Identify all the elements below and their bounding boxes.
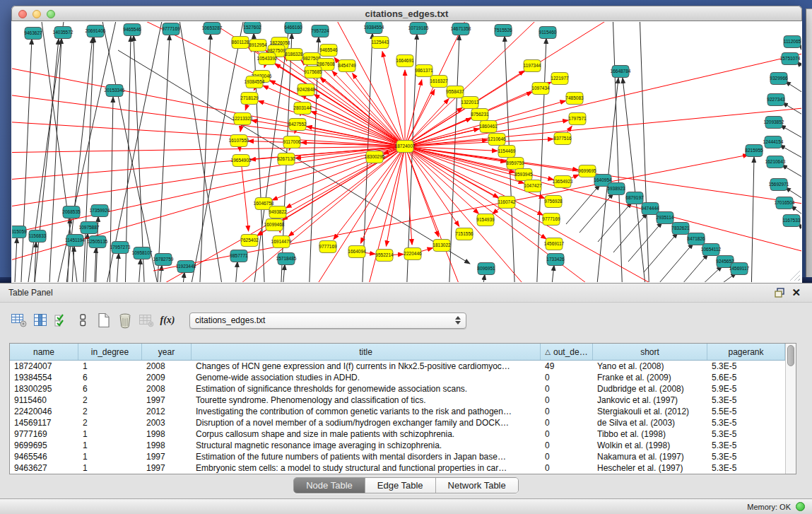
graph-node[interactable]: 20691406 — [86, 25, 106, 37]
graph-node[interactable]: 8593945 — [514, 169, 533, 181]
graph-node[interactable]: 14035572 — [53, 27, 73, 39]
graph-node[interactable]: 17957273 — [110, 242, 131, 254]
graph-node[interactable]: 8427552 — [288, 119, 307, 131]
graph-node[interactable]: 1797571 — [568, 113, 587, 125]
table-row[interactable]: 1938455462009Genome-wide association stu… — [10, 372, 785, 383]
graph-node[interactable]: 7957224 — [311, 25, 329, 37]
graph-node[interactable]: 1156833 — [29, 230, 47, 243]
graph-node[interactable]: 1112065 — [784, 36, 801, 48]
graph-node[interactable]: 1047427 — [524, 180, 542, 192]
graph-node[interactable]: 17016504 — [775, 197, 795, 209]
graph-node[interactable]: 13654923 — [553, 176, 573, 188]
graph-node[interactable]: 10543392 — [257, 53, 278, 65]
graph-node[interactable]: 15718485 — [276, 253, 297, 265]
graph-node[interactable]: 1221977 — [551, 73, 569, 85]
close-window-button[interactable] — [18, 10, 27, 18]
graph-node[interactable]: 18724007 — [395, 141, 416, 153]
graph-node[interactable]: 19384554 — [245, 76, 265, 88]
graph-node[interactable]: 8267130 — [277, 153, 295, 165]
table-row[interactable]: 1830029562008Estimation of significance … — [10, 383, 785, 395]
graph-node[interactable]: 9463627 — [24, 28, 42, 40]
delete-table-button[interactable] — [114, 310, 136, 330]
column-header-pagerank[interactable]: pagerank — [707, 344, 785, 360]
graph-node[interactable]: 9242848 — [297, 84, 315, 96]
graph-node[interactable]: 5938923 — [607, 183, 625, 195]
function-builder-button[interactable]: f(x) — [157, 310, 178, 330]
graph-node[interactable]: 12505135 — [88, 236, 108, 248]
graph-node[interactable]: 1197344 — [524, 60, 541, 72]
graph-node[interactable]: 7151556 — [455, 228, 473, 240]
graph-node[interactable]: 10958107 — [132, 247, 153, 259]
graph-node[interactable]: 9558437 — [446, 86, 464, 98]
graph-node[interactable]: 10654112 — [701, 244, 722, 256]
column-header-short[interactable]: short — [593, 344, 707, 360]
graph-node[interactable]: 11451194 — [65, 235, 85, 247]
graph-node[interactable]: 12093852 — [764, 117, 784, 129]
graph-node[interactable]: 1527602 — [243, 22, 261, 34]
table-row[interactable]: 969969511998Structural magnetic resonanc… — [10, 440, 785, 451]
tab-edge-table[interactable]: Edge Table — [365, 478, 436, 493]
graph-node[interactable]: 2718129 — [240, 93, 259, 105]
column-header-title[interactable]: title — [192, 344, 541, 360]
graph-node[interactable]: 8377516 — [553, 133, 572, 145]
graph-node[interactable]: 8959759 — [506, 158, 524, 170]
graph-node[interactable]: 9117006 — [283, 136, 301, 148]
new-table-button[interactable] — [93, 310, 114, 330]
minimize-window-button[interactable] — [33, 10, 41, 18]
table-row[interactable]: 977716911998Corpus callosum shape and si… — [10, 428, 785, 440]
network-window-titlebar[interactable]: citations_edges.txt — [11, 6, 802, 21]
graph-node[interactable]: 12444154 — [763, 136, 784, 148]
graph-node[interactable]: 1154469 — [498, 146, 516, 158]
graph-node[interactable]: 7515526 — [494, 25, 512, 37]
tab-node-table[interactable]: Node Table — [294, 478, 365, 493]
graph-node[interactable]: 1160742 — [498, 197, 516, 209]
column-header-name[interactable]: name — [10, 344, 78, 360]
table-source-select[interactable]: citations_edges.txt — [189, 313, 466, 329]
graph-node[interactable]: 19384554 — [364, 22, 384, 34]
graph-node[interactable]: 8454749 — [338, 60, 356, 72]
graph-node[interactable]: 19654903 — [231, 155, 252, 167]
tab-network-table[interactable]: Network Table — [436, 478, 518, 493]
graph-node[interactable]: 1125443 — [372, 37, 389, 49]
table-row[interactable]: 1456911722003Disruption of a novel membe… — [10, 417, 785, 428]
import-table-button[interactable] — [136, 310, 157, 330]
graph-node[interactable]: 6879197 — [625, 192, 644, 204]
graph-node[interactable]: 14569117 — [729, 263, 750, 275]
graph-node[interactable]: 14671358 — [451, 23, 471, 35]
graph-node[interactable]: 7832621 — [671, 223, 690, 235]
graph-node[interactable]: 9329966 — [770, 73, 788, 85]
column-header-year[interactable]: year — [142, 344, 192, 360]
graph-node[interactable]: 10975887 — [79, 222, 100, 234]
graph-node[interactable]: 9465546 — [319, 45, 338, 57]
graph-node[interactable]: 1664094 — [348, 246, 366, 258]
graph-node[interactable]: 1664691 — [396, 55, 414, 67]
graph-node[interactable]: 7625402 — [240, 235, 259, 247]
table-row[interactable]: 946554611997Estimation of the future num… — [10, 451, 785, 462]
graph-node[interactable]: 8756231 — [471, 109, 489, 121]
close-panel-button[interactable]: ✕ — [789, 286, 804, 299]
graph-node[interactable]: 16648784 — [611, 66, 631, 78]
graph-node[interactable]: 9465546 — [123, 24, 141, 36]
table-row[interactable]: 1872400712008Changes of HCN gene express… — [10, 361, 785, 372]
graph-node[interactable]: 2935114 — [657, 212, 674, 224]
graph-node[interactable]: 9861371 — [415, 65, 433, 77]
column-visibility-button[interactable] — [30, 310, 51, 330]
graph-node[interactable]: 1813022 — [433, 240, 451, 252]
graph-node[interactable]: 8912954 — [249, 40, 267, 52]
graph-node[interactable]: 14569117 — [544, 238, 565, 250]
graph-node[interactable]: 2220446 — [404, 248, 422, 260]
graph-node[interactable]: 8215955 — [745, 145, 763, 157]
graph-node[interactable]: 9756928 — [544, 196, 563, 208]
table-row[interactable]: 2242004622012Investigating the contribut… — [10, 406, 785, 417]
graph-node[interactable]: 1167533 — [783, 215, 801, 227]
table-row[interactable]: 946362711997Embryonic stem cells: a mode… — [10, 462, 785, 474]
column-header-out-de-[interactable]: △out_de… — [541, 344, 593, 360]
float-panel-button[interactable] — [772, 286, 789, 299]
graph-node[interactable]: 1210646 — [488, 134, 506, 146]
graph-node[interactable]: 1860461 — [479, 121, 498, 133]
graph-node[interactable]: 1616327 — [430, 76, 448, 88]
graph-node[interactable]: 6466160 — [284, 22, 302, 34]
graph-node[interactable]: 10653287 — [202, 23, 223, 35]
graph-node[interactable]: 9699695 — [578, 165, 596, 177]
graph-node[interactable]: 16914479 — [271, 236, 292, 248]
